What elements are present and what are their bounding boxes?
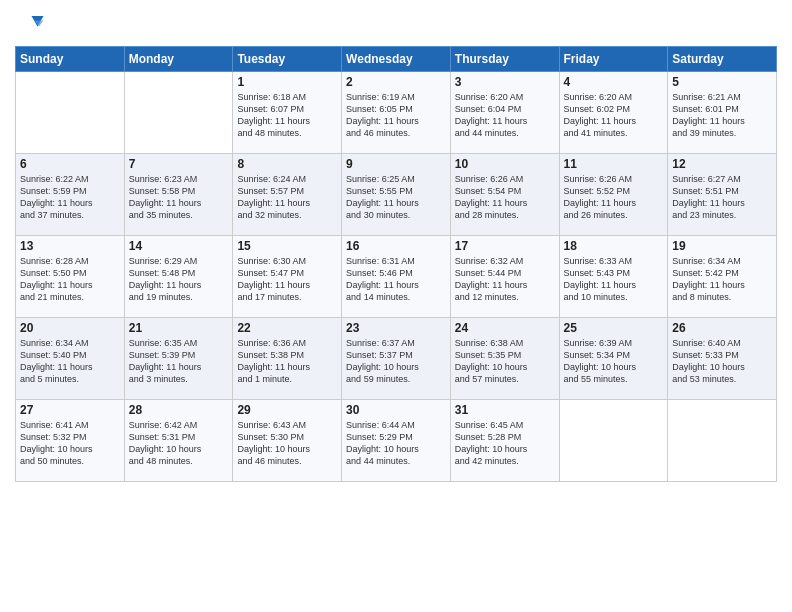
day-info: Sunrise: 6:36 AM Sunset: 5:38 PM Dayligh… — [237, 337, 337, 386]
calendar-cell: 27Sunrise: 6:41 AM Sunset: 5:32 PM Dayli… — [16, 400, 125, 482]
day-info: Sunrise: 6:20 AM Sunset: 6:02 PM Dayligh… — [564, 91, 664, 140]
day-info: Sunrise: 6:45 AM Sunset: 5:28 PM Dayligh… — [455, 419, 555, 468]
day-info: Sunrise: 6:27 AM Sunset: 5:51 PM Dayligh… — [672, 173, 772, 222]
day-number: 22 — [237, 321, 337, 335]
calendar-cell: 28Sunrise: 6:42 AM Sunset: 5:31 PM Dayli… — [124, 400, 233, 482]
day-info: Sunrise: 6:26 AM Sunset: 5:52 PM Dayligh… — [564, 173, 664, 222]
day-info: Sunrise: 6:29 AM Sunset: 5:48 PM Dayligh… — [129, 255, 229, 304]
calendar-cell — [124, 72, 233, 154]
calendar-cell: 17Sunrise: 6:32 AM Sunset: 5:44 PM Dayli… — [450, 236, 559, 318]
calendar-cell: 22Sunrise: 6:36 AM Sunset: 5:38 PM Dayli… — [233, 318, 342, 400]
logo — [15, 10, 49, 40]
day-info: Sunrise: 6:35 AM Sunset: 5:39 PM Dayligh… — [129, 337, 229, 386]
day-info: Sunrise: 6:19 AM Sunset: 6:05 PM Dayligh… — [346, 91, 446, 140]
day-info: Sunrise: 6:22 AM Sunset: 5:59 PM Dayligh… — [20, 173, 120, 222]
calendar-cell: 25Sunrise: 6:39 AM Sunset: 5:34 PM Dayli… — [559, 318, 668, 400]
day-info: Sunrise: 6:30 AM Sunset: 5:47 PM Dayligh… — [237, 255, 337, 304]
day-info: Sunrise: 6:43 AM Sunset: 5:30 PM Dayligh… — [237, 419, 337, 468]
calendar-cell: 16Sunrise: 6:31 AM Sunset: 5:46 PM Dayli… — [342, 236, 451, 318]
calendar-cell: 26Sunrise: 6:40 AM Sunset: 5:33 PM Dayli… — [668, 318, 777, 400]
day-info: Sunrise: 6:37 AM Sunset: 5:37 PM Dayligh… — [346, 337, 446, 386]
calendar-table: SundayMondayTuesdayWednesdayThursdayFrid… — [15, 46, 777, 482]
day-number: 12 — [672, 157, 772, 171]
calendar-cell: 31Sunrise: 6:45 AM Sunset: 5:28 PM Dayli… — [450, 400, 559, 482]
day-info: Sunrise: 6:40 AM Sunset: 5:33 PM Dayligh… — [672, 337, 772, 386]
day-info: Sunrise: 6:31 AM Sunset: 5:46 PM Dayligh… — [346, 255, 446, 304]
day-info: Sunrise: 6:20 AM Sunset: 6:04 PM Dayligh… — [455, 91, 555, 140]
day-info: Sunrise: 6:34 AM Sunset: 5:42 PM Dayligh… — [672, 255, 772, 304]
day-number: 4 — [564, 75, 664, 89]
calendar-cell: 13Sunrise: 6:28 AM Sunset: 5:50 PM Dayli… — [16, 236, 125, 318]
weekday-header-sunday: Sunday — [16, 47, 125, 72]
calendar-cell: 6Sunrise: 6:22 AM Sunset: 5:59 PM Daylig… — [16, 154, 125, 236]
day-number: 28 — [129, 403, 229, 417]
day-info: Sunrise: 6:38 AM Sunset: 5:35 PM Dayligh… — [455, 337, 555, 386]
calendar-cell: 8Sunrise: 6:24 AM Sunset: 5:57 PM Daylig… — [233, 154, 342, 236]
day-number: 5 — [672, 75, 772, 89]
calendar-cell: 5Sunrise: 6:21 AM Sunset: 6:01 PM Daylig… — [668, 72, 777, 154]
day-info: Sunrise: 6:26 AM Sunset: 5:54 PM Dayligh… — [455, 173, 555, 222]
calendar-cell — [668, 400, 777, 482]
day-number: 23 — [346, 321, 446, 335]
day-number: 13 — [20, 239, 120, 253]
week-row-4: 20Sunrise: 6:34 AM Sunset: 5:40 PM Dayli… — [16, 318, 777, 400]
calendar-cell: 14Sunrise: 6:29 AM Sunset: 5:48 PM Dayli… — [124, 236, 233, 318]
weekday-header-thursday: Thursday — [450, 47, 559, 72]
calendar-cell: 4Sunrise: 6:20 AM Sunset: 6:02 PM Daylig… — [559, 72, 668, 154]
calendar-container: SundayMondayTuesdayWednesdayThursdayFrid… — [0, 0, 792, 487]
day-info: Sunrise: 6:24 AM Sunset: 5:57 PM Dayligh… — [237, 173, 337, 222]
calendar-cell: 10Sunrise: 6:26 AM Sunset: 5:54 PM Dayli… — [450, 154, 559, 236]
calendar-cell: 2Sunrise: 6:19 AM Sunset: 6:05 PM Daylig… — [342, 72, 451, 154]
calendar-cell: 15Sunrise: 6:30 AM Sunset: 5:47 PM Dayli… — [233, 236, 342, 318]
day-info: Sunrise: 6:44 AM Sunset: 5:29 PM Dayligh… — [346, 419, 446, 468]
calendar-cell: 7Sunrise: 6:23 AM Sunset: 5:58 PM Daylig… — [124, 154, 233, 236]
calendar-cell: 12Sunrise: 6:27 AM Sunset: 5:51 PM Dayli… — [668, 154, 777, 236]
day-number: 24 — [455, 321, 555, 335]
day-number: 29 — [237, 403, 337, 417]
day-info: Sunrise: 6:21 AM Sunset: 6:01 PM Dayligh… — [672, 91, 772, 140]
day-number: 19 — [672, 239, 772, 253]
day-number: 17 — [455, 239, 555, 253]
calendar-cell: 1Sunrise: 6:18 AM Sunset: 6:07 PM Daylig… — [233, 72, 342, 154]
day-info: Sunrise: 6:34 AM Sunset: 5:40 PM Dayligh… — [20, 337, 120, 386]
weekday-header-monday: Monday — [124, 47, 233, 72]
weekday-header-tuesday: Tuesday — [233, 47, 342, 72]
day-number: 9 — [346, 157, 446, 171]
week-row-2: 6Sunrise: 6:22 AM Sunset: 5:59 PM Daylig… — [16, 154, 777, 236]
day-number: 16 — [346, 239, 446, 253]
day-number: 2 — [346, 75, 446, 89]
calendar-cell: 9Sunrise: 6:25 AM Sunset: 5:55 PM Daylig… — [342, 154, 451, 236]
day-number: 26 — [672, 321, 772, 335]
logo-icon — [15, 10, 45, 40]
calendar-cell: 3Sunrise: 6:20 AM Sunset: 6:04 PM Daylig… — [450, 72, 559, 154]
day-number: 21 — [129, 321, 229, 335]
day-info: Sunrise: 6:28 AM Sunset: 5:50 PM Dayligh… — [20, 255, 120, 304]
day-info: Sunrise: 6:18 AM Sunset: 6:07 PM Dayligh… — [237, 91, 337, 140]
weekday-header-wednesday: Wednesday — [342, 47, 451, 72]
week-row-3: 13Sunrise: 6:28 AM Sunset: 5:50 PM Dayli… — [16, 236, 777, 318]
calendar-cell: 11Sunrise: 6:26 AM Sunset: 5:52 PM Dayli… — [559, 154, 668, 236]
calendar-cell — [16, 72, 125, 154]
day-info: Sunrise: 6:23 AM Sunset: 5:58 PM Dayligh… — [129, 173, 229, 222]
day-number: 1 — [237, 75, 337, 89]
weekday-header-row: SundayMondayTuesdayWednesdayThursdayFrid… — [16, 47, 777, 72]
day-info: Sunrise: 6:32 AM Sunset: 5:44 PM Dayligh… — [455, 255, 555, 304]
day-info: Sunrise: 6:39 AM Sunset: 5:34 PM Dayligh… — [564, 337, 664, 386]
calendar-cell: 18Sunrise: 6:33 AM Sunset: 5:43 PM Dayli… — [559, 236, 668, 318]
calendar-cell: 21Sunrise: 6:35 AM Sunset: 5:39 PM Dayli… — [124, 318, 233, 400]
calendar-cell — [559, 400, 668, 482]
weekday-header-saturday: Saturday — [668, 47, 777, 72]
day-info: Sunrise: 6:41 AM Sunset: 5:32 PM Dayligh… — [20, 419, 120, 468]
day-number: 31 — [455, 403, 555, 417]
calendar-cell: 24Sunrise: 6:38 AM Sunset: 5:35 PM Dayli… — [450, 318, 559, 400]
day-number: 30 — [346, 403, 446, 417]
day-info: Sunrise: 6:25 AM Sunset: 5:55 PM Dayligh… — [346, 173, 446, 222]
calendar-cell: 30Sunrise: 6:44 AM Sunset: 5:29 PM Dayli… — [342, 400, 451, 482]
calendar-cell: 29Sunrise: 6:43 AM Sunset: 5:30 PM Dayli… — [233, 400, 342, 482]
day-info: Sunrise: 6:42 AM Sunset: 5:31 PM Dayligh… — [129, 419, 229, 468]
day-number: 15 — [237, 239, 337, 253]
day-number: 8 — [237, 157, 337, 171]
calendar-cell: 19Sunrise: 6:34 AM Sunset: 5:42 PM Dayli… — [668, 236, 777, 318]
week-row-1: 1Sunrise: 6:18 AM Sunset: 6:07 PM Daylig… — [16, 72, 777, 154]
day-number: 10 — [455, 157, 555, 171]
